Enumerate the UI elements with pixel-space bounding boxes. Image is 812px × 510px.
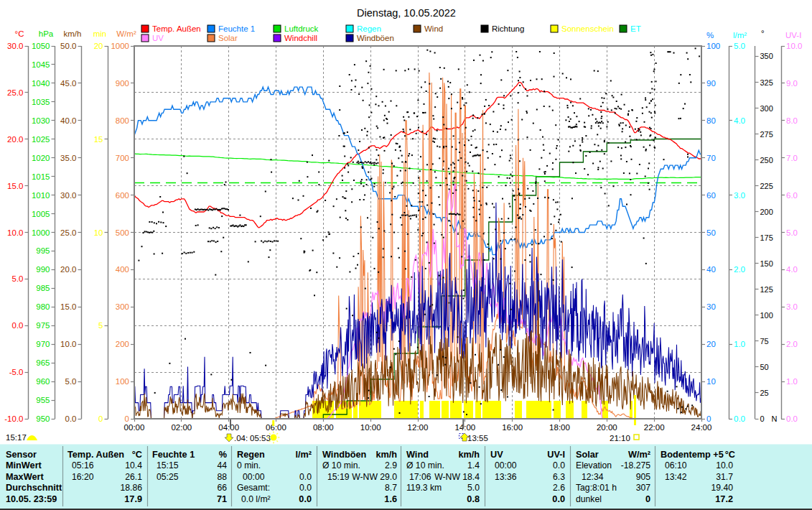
- svg-text:Feuchte 1: Feuchte 1: [152, 450, 195, 460]
- svg-text:UV: UV: [152, 34, 164, 42]
- svg-text:970: 970: [36, 340, 50, 348]
- svg-text:ET: ET: [630, 24, 641, 33]
- svg-text:0.8: 0.8: [467, 494, 480, 504]
- svg-text:1030: 1030: [32, 116, 50, 125]
- svg-text:700: 700: [116, 154, 129, 162]
- svg-text:dunkel: dunkel: [576, 494, 602, 504]
- svg-text:Ø 10 min.: Ø 10 min.: [406, 460, 444, 470]
- svg-text:300: 300: [760, 104, 773, 113]
- svg-text:UV: UV: [490, 450, 503, 460]
- svg-text:%: %: [219, 450, 227, 460]
- svg-text:0: 0: [760, 414, 765, 423]
- svg-text:0.0: 0.0: [786, 414, 798, 423]
- svg-text:307: 307: [636, 483, 651, 493]
- svg-text:13:55: 13:55: [467, 434, 488, 442]
- svg-text:Gesamt:: Gesamt:: [237, 483, 270, 493]
- svg-text:W/m²: W/m²: [628, 450, 650, 460]
- svg-text:Windböen: Windböen: [322, 450, 366, 460]
- svg-text:05:16: 05:16: [72, 460, 94, 470]
- svg-text:0: 0: [706, 414, 711, 423]
- svg-text:125: 125: [760, 285, 773, 294]
- svg-text:35.0: 35.0: [60, 154, 76, 162]
- svg-text:1.4: 1.4: [467, 460, 480, 470]
- svg-text:20:00: 20:00: [597, 423, 617, 432]
- svg-text:0.0: 0.0: [552, 494, 565, 504]
- svg-text:°C: °C: [15, 29, 24, 38]
- svg-text:-5.0: -5.0: [9, 368, 24, 376]
- svg-text:300: 300: [116, 302, 129, 311]
- svg-text:13:36: 13:36: [495, 472, 517, 482]
- svg-text:1020: 1020: [32, 154, 50, 162]
- svg-text:0.0: 0.0: [299, 483, 312, 493]
- svg-text:Windböen: Windböen: [357, 34, 394, 42]
- svg-text:50: 50: [760, 363, 769, 371]
- svg-text:24:00: 24:00: [691, 423, 712, 432]
- svg-text:5: 5: [98, 321, 103, 330]
- svg-text:1040: 1040: [32, 79, 50, 88]
- svg-text:W/m²: W/m²: [116, 29, 136, 38]
- svg-text:31.7: 31.7: [716, 472, 733, 482]
- svg-text:1005: 1005: [32, 210, 50, 218]
- svg-text:16:20: 16:20: [72, 472, 94, 482]
- svg-text:45.0: 45.0: [60, 79, 76, 88]
- svg-text:°C: °C: [132, 450, 142, 460]
- svg-text:275: 275: [760, 130, 773, 139]
- svg-text:500: 500: [116, 228, 129, 237]
- svg-text:6.3: 6.3: [553, 472, 565, 482]
- svg-text:5.0: 5.0: [786, 228, 798, 237]
- svg-text:22:00: 22:00: [644, 423, 665, 432]
- svg-text:1010: 1010: [32, 191, 50, 200]
- svg-text:8.7: 8.7: [385, 483, 397, 493]
- svg-text:175: 175: [760, 233, 773, 242]
- svg-text:Elevation: Elevation: [576, 460, 612, 470]
- svg-text:2.6: 2.6: [553, 483, 565, 493]
- svg-text:Sensor: Sensor: [6, 450, 37, 460]
- svg-text:200: 200: [760, 208, 773, 216]
- svg-text:Richtung: Richtung: [492, 24, 524, 33]
- svg-text:05:53: 05:53: [250, 434, 271, 442]
- svg-text:l/m²: l/m²: [295, 450, 312, 460]
- svg-text:17.2: 17.2: [715, 494, 733, 504]
- svg-text:1025: 1025: [32, 135, 50, 144]
- svg-text:05:25: 05:25: [157, 472, 179, 482]
- svg-text:800: 800: [116, 116, 129, 125]
- svg-text:50: 50: [706, 228, 716, 237]
- svg-text:8.0: 8.0: [786, 116, 798, 125]
- svg-text:19.40: 19.40: [711, 483, 734, 493]
- svg-text:Wind: Wind: [424, 24, 443, 33]
- svg-text:10.0: 10.0: [7, 228, 23, 237]
- svg-text:UV-I: UV-I: [547, 450, 565, 460]
- svg-text:10: 10: [94, 228, 103, 237]
- svg-text:4.0: 4.0: [734, 116, 745, 125]
- svg-text:66: 66: [217, 483, 227, 493]
- svg-text:00:00: 00:00: [124, 423, 145, 432]
- svg-text:18.86: 18.86: [121, 483, 143, 493]
- svg-text:0: 0: [98, 414, 103, 423]
- svg-text:Temp. Außen: Temp. Außen: [67, 450, 124, 460]
- svg-text:20.0: 20.0: [7, 135, 23, 144]
- svg-text:08:00: 08:00: [313, 423, 334, 432]
- svg-text:12:34: 12:34: [582, 472, 604, 482]
- svg-text:0.0: 0.0: [12, 321, 24, 330]
- svg-text:10.05. 23:59: 10.05. 23:59: [6, 494, 57, 504]
- svg-text:Luftdruck: Luftdruck: [284, 24, 319, 33]
- svg-text:985: 985: [36, 284, 50, 292]
- svg-text:950: 950: [36, 414, 50, 423]
- svg-text:0.0: 0.0: [734, 414, 745, 423]
- svg-text:0.0: 0.0: [65, 414, 77, 423]
- svg-text:60: 60: [706, 191, 716, 200]
- svg-text:10:00: 10:00: [360, 423, 381, 432]
- svg-text:40: 40: [706, 265, 716, 274]
- svg-text:30: 30: [706, 302, 716, 311]
- svg-text:15.0: 15.0: [60, 302, 76, 311]
- svg-text:980: 980: [36, 302, 50, 311]
- svg-text:1000: 1000: [32, 228, 50, 237]
- svg-text:0: 0: [645, 494, 650, 504]
- svg-text:20.0: 20.0: [60, 265, 76, 274]
- svg-text:10.0: 10.0: [716, 460, 733, 470]
- svg-text:3.0: 3.0: [734, 191, 745, 200]
- svg-text:1.0: 1.0: [786, 377, 798, 386]
- svg-text:Temp. Außen: Temp. Außen: [152, 24, 201, 33]
- svg-text:15.0: 15.0: [7, 182, 23, 190]
- svg-text:25.0: 25.0: [60, 228, 76, 237]
